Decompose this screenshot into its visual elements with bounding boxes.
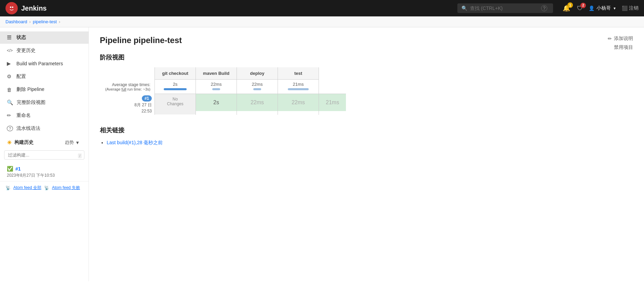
atom-icon-all: 📡 — [5, 186, 11, 190]
security-button[interactable]: 🛡 2 — [577, 5, 583, 12]
notifications-button[interactable]: 🔔 1 — [563, 4, 570, 12]
build-history-label: 构建历史 — [14, 139, 33, 146]
build-history-section: ☀ 构建历史 趋势 ▼ — [0, 135, 89, 148]
stage-git-cell[interactable]: 2s — [196, 94, 237, 115]
build-time-label: 22:53 — [142, 109, 152, 113]
logout-button[interactable]: ⬛ 注销 — [622, 5, 639, 11]
build-time: 2023年8月27日 下午10:53 — [7, 173, 82, 178]
filter-input[interactable] — [4, 150, 84, 160]
atom-feed-fail[interactable]: Atom feed 失败 — [52, 185, 80, 191]
chevron-down-icon: ▼ — [75, 140, 80, 145]
build-badge[interactable]: #1 — [142, 95, 152, 102]
build-list-item[interactable]: ✅ #1 2023年8月27日 下午10:53 — [0, 163, 89, 181]
search-input[interactable] — [470, 5, 538, 11]
sidebar-item-build[interactable]: ▶ 阶段视图 Build with Parameters — [0, 57, 89, 70]
build-info: #1 8月 27 日 22:53 — [103, 95, 152, 113]
sidebar-label-delete: 删除 Pipeline — [16, 86, 44, 93]
add-desc-label: 添加说明 — [614, 36, 633, 42]
build-number: #1 — [15, 166, 21, 172]
syntax-icon: ? — [7, 126, 13, 131]
status-icon: ☰ — [7, 35, 13, 41]
delete-icon: 🗑 — [7, 87, 13, 93]
edit-icon: ✏ — [608, 36, 612, 41]
nav-actions: 🔔 1 🛡 2 👤 小杨哥 ▼ ⬛ 注销 — [563, 4, 639, 12]
avg-deploy: 22ms — [237, 80, 278, 94]
atom-feed-all[interactable]: Atom feed 全部 — [13, 185, 41, 191]
progress-deploy — [241, 87, 273, 92]
sidebar-item-status[interactable]: ☰ 状态 — [0, 31, 89, 44]
right-actions: ✏ 添加说明 禁用项目 — [608, 36, 633, 51]
sidebar-item-changes[interactable]: </> 变更历史 — [0, 44, 89, 57]
user-icon: 👤 — [589, 5, 594, 11]
related-links-title: 相关链接 — [100, 126, 633, 134]
last-build-link[interactable]: Last build(#1),28 毫秒之前 — [107, 140, 163, 145]
avg-times-row: Average stage times: (Average full run t… — [100, 80, 346, 94]
sidebar-item-config[interactable]: ⚙ 配置 — [0, 70, 89, 83]
stage-view-title: 阶段视图 — [100, 53, 633, 62]
stage-test-cell[interactable]: 21ms — [319, 94, 346, 115]
config-icon: ⚙ — [7, 73, 13, 80]
related-links-list: Last build(#1),28 毫秒之前 — [100, 140, 633, 146]
build-success-icon: ✅ — [7, 166, 13, 172]
stage-deploy-time: 22ms — [278, 94, 319, 111]
jenkins-logo-icon — [5, 2, 18, 14]
breadcrumb-sep-1: › — [29, 19, 31, 24]
avg-text: Average stage times: — [104, 82, 150, 87]
main-content: Pipeline pipeline-test ✏ 添加说明 禁用项目 阶段视图 … — [89, 27, 644, 281]
search-box[interactable]: 🔍 ? — [457, 3, 553, 13]
avg-test-time: 21ms — [282, 82, 314, 87]
logout-icon: ⬛ — [622, 5, 628, 11]
sidebar-item-syntax[interactable]: ? 流水线语法 — [0, 122, 89, 135]
sidebar: ☰ 状态 </> 变更历史 ▶ 阶段视图 Build with Paramete… — [0, 27, 89, 281]
sidebar-item-rename[interactable]: ✏ 重命名 — [0, 109, 89, 122]
breadcrumb-dashboard[interactable]: Dashboard — [5, 19, 27, 24]
stage-test-time: 21ms — [319, 94, 346, 111]
sidebar-label-status: 状态 — [16, 35, 26, 41]
sidebar-label-changes: 变更历史 — [16, 48, 36, 54]
avg-deploy-time: 22ms — [241, 82, 273, 87]
search-icon: 🔍 — [461, 5, 467, 11]
svg-point-0 — [8, 4, 15, 12]
related-link-item: Last build(#1),28 毫秒之前 — [107, 140, 633, 146]
user-menu[interactable]: 👤 小杨哥 ▼ — [589, 5, 616, 11]
chevron-down-icon: ▼ — [613, 6, 616, 10]
sidebar-item-fullstage[interactable]: 🔍 完整阶段视图 — [0, 96, 89, 109]
progress-test — [282, 87, 314, 92]
stage-header-deploy: deploy — [237, 67, 278, 80]
avg-git-time: 2s — [159, 82, 191, 87]
build-table-row: #1 8月 27 日 22:53 NoChanges 2s — [100, 94, 346, 115]
no-changes-label: NoChanges — [155, 94, 196, 114]
stage-table: git checkout maven Build deploy test Ave… — [100, 67, 346, 115]
breadcrumb-project[interactable]: pipeline-test — [33, 19, 57, 24]
stage-deploy-cell[interactable]: 22ms — [278, 94, 319, 115]
breadcrumb: Dashboard › pipeline-test › — [0, 16, 644, 27]
avg-git: 2s — [155, 80, 196, 94]
disable-project-button[interactable]: 禁用项目 — [614, 44, 633, 51]
progress-maven — [200, 87, 232, 92]
search-help-icon: ? — [541, 5, 547, 11]
top-navigation: Jenkins 🔍 ? 🔔 1 🛡 2 👤 小杨哥 ▼ ⬛ 注销 — [0, 0, 644, 16]
avg-full-text: (Average full run time: ~3s) — [104, 87, 150, 91]
sidebar-label-build-text: Build with Parameters — [16, 61, 63, 66]
avg-test: 21ms — [278, 80, 319, 94]
disable-label: 禁用项目 — [614, 44, 633, 51]
breadcrumb-sep-2: › — [59, 19, 60, 24]
sidebar-label-syntax: 流水线语法 — [16, 125, 40, 132]
build-icon: ▶ — [7, 60, 13, 67]
logo-text: Jenkins — [21, 4, 46, 12]
stage-header-empty — [100, 67, 155, 80]
security-badge: 2 — [580, 3, 586, 8]
avg-maven-time: 22ms — [200, 82, 232, 87]
filter-slash: / — [78, 153, 82, 158]
sidebar-item-delete[interactable]: 🗑 删除 Pipeline — [0, 83, 89, 96]
trend-button[interactable]: 趋势 ▼ — [63, 139, 82, 146]
atom-icon-fail: 📡 — [44, 186, 49, 190]
build-date: 8月 27 日 — [134, 102, 152, 108]
add-description-button[interactable]: ✏ 添加说明 — [608, 36, 633, 42]
logout-label: 注销 — [629, 5, 639, 11]
related-links: 相关链接 Last build(#1),28 毫秒之前 — [100, 126, 633, 146]
sun-icon: ☀ — [7, 139, 12, 146]
build-history-title: ☀ 构建历史 — [7, 139, 33, 146]
stage-maven-cell[interactable]: 22ms — [237, 94, 278, 115]
build-num-row: ✅ #1 — [7, 166, 82, 172]
